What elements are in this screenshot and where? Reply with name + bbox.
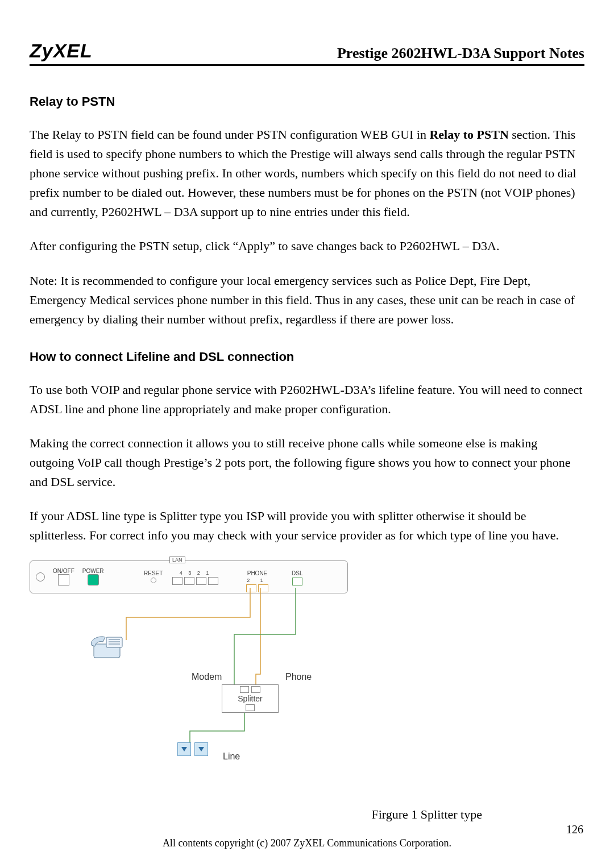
lan-port-icon	[184, 577, 194, 585]
page-header: ZyXEL Prestige 2602HWL-D3A Support Notes	[30, 40, 584, 66]
barrel-jack-icon	[36, 572, 45, 582]
logo: ZyXEL	[30, 40, 93, 62]
phone-port-numbers: 2 1	[247, 578, 268, 583]
lan-port-icon	[208, 577, 218, 585]
lan-port-icon	[196, 577, 206, 585]
connection-diagram: LAN ON/OFF POWER RESET 4 3	[30, 560, 348, 804]
text-bold: Relay to PSTN	[429, 127, 508, 142]
section-heading-lifeline: How to connect Lifeline and DSL connecti…	[30, 350, 584, 364]
lan-port-numbers: 4 3 2 1	[180, 570, 211, 576]
phone-port-icon	[246, 584, 256, 592]
diagram-label-modem: Modem	[192, 672, 222, 682]
paragraph-relay-2: After configuring the PSTN setup, click …	[30, 236, 584, 256]
dsl-port-icon	[292, 578, 302, 585]
paragraph-lifeline-1: To use both VOIP and regular phone servi…	[30, 380, 584, 419]
lan-label: LAN	[169, 556, 185, 563]
splitter-port-icon	[240, 686, 249, 693]
copyright-footer: All contents copyright (c) 2007 ZyXEL Co…	[30, 837, 584, 849]
router-rear-panel: LAN ON/OFF POWER RESET 4 3	[30, 560, 348, 593]
paragraph-lifeline-2: Making the correct connection it allows …	[30, 434, 584, 492]
telephone-icon	[89, 632, 129, 660]
reset-hole-icon	[151, 578, 156, 583]
paragraph-relay-1: The Relay to PSTN field can be found und…	[30, 125, 584, 222]
splitter-label: Splitter	[227, 694, 273, 703]
paragraph-lifeline-3: If your ADSL line type is Splitter type …	[30, 506, 584, 545]
power-led-icon	[88, 574, 99, 585]
text: The Relay to PSTN field can be found und…	[30, 127, 429, 142]
header-title: Prestige 2602HWL-D3A Support Notes	[337, 45, 584, 62]
phone-port-label: PHONE	[247, 570, 268, 576]
svg-rect-1	[106, 637, 122, 647]
section-heading-relay: Relay to PSTN	[30, 94, 584, 109]
paragraph-relay-note: Note: It is recommended to configure you…	[30, 271, 584, 329]
power-label: POWER	[82, 568, 104, 574]
dsl-port-label: DSL	[292, 570, 302, 576]
onoff-switch-icon	[58, 574, 69, 585]
figure-caption: Firgure 1 Splitter type	[30, 807, 584, 822]
splitter-box: Splitter	[222, 684, 279, 713]
diagram-label-phone: Phone	[285, 672, 312, 682]
wall-jack-icon	[177, 742, 208, 756]
reset-label: RESET	[144, 570, 163, 576]
diagram-label-line: Line	[223, 751, 240, 762]
page-number: 126	[30, 823, 584, 836]
lan-port-icon	[172, 577, 182, 585]
splitter-port-icon	[246, 704, 255, 711]
onoff-label: ON/OFF	[53, 568, 74, 574]
splitter-port-icon	[251, 686, 260, 693]
phone-port-icon	[258, 584, 268, 592]
